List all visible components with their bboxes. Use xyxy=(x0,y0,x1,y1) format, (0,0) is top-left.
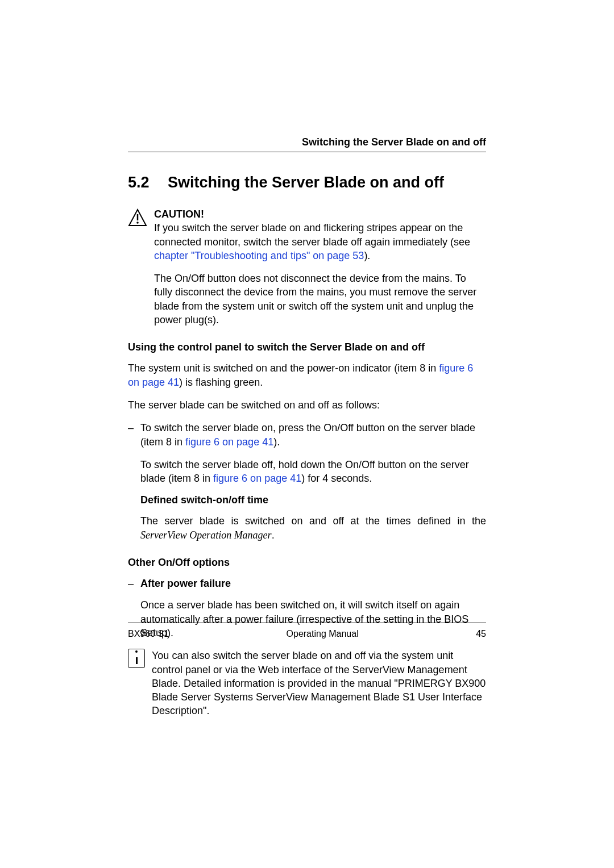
defined-pa: The server blade is switched on and off … xyxy=(140,515,486,527)
bullet1b: ). xyxy=(273,436,280,448)
caution-icon xyxy=(128,207,147,327)
running-head: Switching the Server Blade on and off xyxy=(128,136,486,152)
caution-p2: The On/Off button does not disconnect th… xyxy=(154,272,486,327)
procedure-list: To switch the server blade on, press the… xyxy=(128,421,486,485)
using-p2: The server blade can be switched on and … xyxy=(128,398,486,412)
section-title: Switching the Server Blade on and off xyxy=(168,174,486,191)
subhead-using: Using the control panel to switch the Se… xyxy=(128,341,486,353)
defined-pb: . xyxy=(272,529,275,541)
after-power-failure-label: After power failure xyxy=(140,578,231,589)
info-icon xyxy=(128,649,145,717)
using-p1b: ) is flashing green. xyxy=(179,377,263,388)
footer-page: 45 xyxy=(476,629,486,639)
using-p1a: The system unit is switched on and the p… xyxy=(128,362,439,374)
info-body: You can also switch the server blade on … xyxy=(152,649,486,717)
footer-left: BX960 S1 xyxy=(128,629,169,639)
defined-block: Defined switch-on/off time The server bl… xyxy=(140,494,486,542)
link-figure-2[interactable]: figure 6 on page 41 xyxy=(185,436,273,448)
caution-label: CAUTION! xyxy=(154,207,486,221)
caution-body: CAUTION! If you switch the server blade … xyxy=(154,207,486,327)
link-figure-3[interactable]: figure 6 on page 41 xyxy=(213,473,301,484)
list-item: To switch the server blade on, press the… xyxy=(128,421,486,485)
subhead-other: Other On/Off options xyxy=(128,557,486,569)
section-number: 5.2 xyxy=(128,174,168,191)
footer-rule xyxy=(128,623,486,623)
footer-center: Operating Manual xyxy=(169,629,476,639)
defined-em: ServerView Operation Manager xyxy=(140,529,272,541)
section-heading: 5.2 Switching the Server Blade on and of… xyxy=(128,174,486,191)
svg-point-2 xyxy=(136,222,139,224)
caution-callout: CAUTION! If you switch the server blade … xyxy=(128,207,486,327)
link-troubleshooting[interactable]: chapter "Troubleshooting and tips" on pa… xyxy=(154,250,364,261)
bullet1-p2b: ) for 4 seconds. xyxy=(301,473,372,484)
subhead-defined: Defined switch-on/off time xyxy=(140,494,486,506)
page-footer: BX960 S1 Operating Manual 45 xyxy=(128,623,486,639)
caution-p1b: ). xyxy=(364,250,370,261)
caution-p1a: If you switch the server blade on and fl… xyxy=(154,222,470,247)
info-callout: You can also switch the server blade on … xyxy=(128,649,486,717)
